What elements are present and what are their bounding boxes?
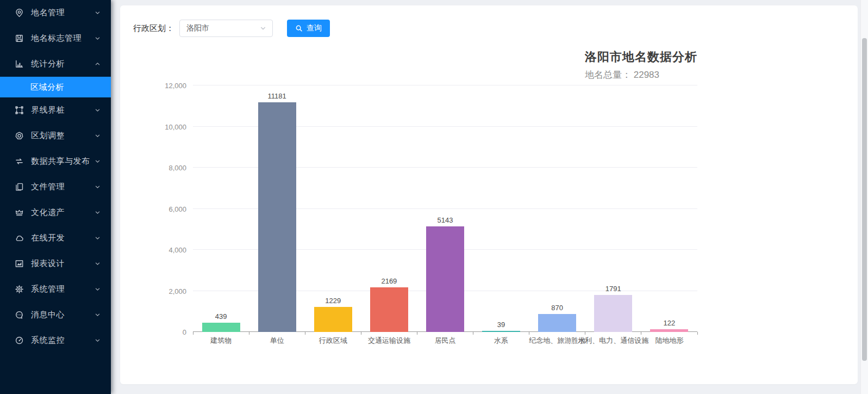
bar-value-label: 2169	[381, 277, 397, 285]
bar-group: 11181	[249, 92, 305, 332]
x-axis-label: 陆地地形	[641, 336, 697, 346]
bar[interactable]	[594, 295, 632, 332]
search-button[interactable]: 查询	[287, 20, 330, 37]
sidebar-item-system-monitoring[interactable]: 系统监控	[0, 328, 111, 353]
chevron-up-icon	[94, 60, 101, 67]
y-tick-label: 8,000	[168, 164, 186, 172]
bar-value-label: 439	[215, 312, 227, 321]
sidebar-item-label: 文化遗产	[31, 207, 94, 218]
bar[interactable]	[650, 329, 688, 332]
bar[interactable]	[202, 323, 240, 332]
sidebar-subitem-region-analysis[interactable]: 区域分析	[0, 77, 111, 97]
y-tick-label: 6,000	[168, 205, 186, 213]
sidebar-item-statistical-analysis[interactable]: 统计分析	[0, 51, 111, 77]
x-tick-mark	[305, 332, 305, 335]
sidebar-item-file-management[interactable]: 文件管理	[0, 174, 111, 200]
region-select[interactable]: 洛阳市	[179, 20, 273, 37]
bar-group: 1791	[585, 285, 641, 332]
x-axis-label: 交通运输设施	[361, 336, 417, 346]
content-card: 行政区划： 洛阳市 查询 洛阳市地名数据分析 地名总量： 22983	[120, 5, 858, 384]
chevron-down-icon	[94, 132, 101, 139]
y-tick-label: 2,000	[168, 287, 186, 295]
bar-group: 2169	[361, 277, 417, 332]
chevron-down-icon	[94, 286, 101, 293]
bar-group: 870	[529, 304, 585, 332]
sidebar-item-message-center[interactable]: 消息中心	[0, 302, 111, 328]
sidebar-item-system-management[interactable]: 系统管理	[0, 276, 111, 302]
bar-group: 1229	[305, 297, 361, 332]
crown-icon	[15, 208, 24, 217]
sidebar-item-label: 区划调整	[31, 131, 94, 141]
chevron-down-icon	[94, 235, 101, 242]
main-area: 行政区划： 洛阳市 查询 洛阳市地名数据分析 地名总量： 22983	[111, 0, 868, 394]
sidebar-item-place-name-sign-management[interactable]: 地名标志管理	[0, 26, 111, 51]
chevron-down-icon	[94, 35, 101, 42]
x-tick-mark	[361, 332, 361, 335]
boundary-frame-icon	[15, 106, 24, 115]
sidebar-item-label: 系统监控	[31, 335, 94, 346]
sidebar-item-zoning-adjustment[interactable]: 区划调整	[0, 123, 111, 149]
sync-arrows-icon	[15, 157, 24, 166]
x-tick-mark	[249, 332, 249, 335]
chart-subtitle: 地名总量： 22983	[585, 69, 697, 81]
file-copy-icon	[15, 182, 24, 192]
scrollbar-thumb[interactable]	[862, 38, 867, 361]
location-pin-icon	[15, 8, 24, 17]
sidebar-item-label: 系统管理	[31, 284, 94, 294]
sidebar-item-place-name-management[interactable]: 地名管理	[0, 0, 111, 26]
bar[interactable]	[314, 307, 352, 332]
chevron-down-icon	[94, 183, 101, 190]
sidebar-item-label: 在线开发	[31, 233, 94, 243]
x-tick-mark	[585, 332, 585, 335]
x-tick-mark	[193, 332, 193, 335]
bar-value-label: 11181	[268, 92, 286, 100]
app-root: 地名管理地名标志管理统计分析区域分析界线界桩区划调整数据共享与发布文件管理文化遗…	[0, 0, 868, 394]
bar[interactable]	[370, 287, 408, 332]
bar-chart-icon	[15, 59, 24, 69]
sidebar-item-label: 地名管理	[31, 8, 94, 18]
x-tick-mark	[417, 332, 417, 335]
search-icon	[295, 24, 303, 32]
search-button-label: 查询	[307, 23, 322, 33]
chevron-down-icon	[94, 209, 101, 216]
sidebar-item-online-development[interactable]: 在线开发	[0, 225, 111, 251]
sidebar-item-label: 地名标志管理	[31, 33, 94, 44]
chevron-down-icon	[259, 24, 267, 32]
seal-badge-icon	[15, 131, 24, 140]
bar-value-label: 39	[497, 321, 505, 329]
bar[interactable]	[538, 314, 576, 332]
chevron-down-icon	[94, 260, 101, 267]
chart-header: 洛阳市地名数据分析 地名总量： 22983	[158, 49, 697, 81]
bar-value-label: 1229	[325, 297, 341, 305]
sidebar: 地名管理地名标志管理统计分析区域分析界线界桩区划调整数据共享与发布文件管理文化遗…	[0, 0, 111, 394]
x-axis-label: 单位	[249, 336, 305, 346]
chevron-down-icon	[94, 311, 101, 318]
bar[interactable]	[258, 102, 296, 332]
area-chart-icon	[15, 259, 24, 268]
bar-value-label: 5143	[438, 216, 453, 224]
sidebar-item-label: 区域分析	[30, 82, 64, 93]
bar[interactable]	[426, 226, 464, 332]
bar-value-label: 122	[664, 319, 676, 327]
gauge-icon	[15, 336, 24, 345]
sidebar-item-cultural-heritage[interactable]: 文化遗产	[0, 200, 111, 225]
sidebar-item-boundary-markers[interactable]: 界线界桩	[0, 97, 111, 123]
x-axis-label: 居民点	[417, 336, 473, 346]
y-tick-label: 12,000	[165, 82, 186, 90]
sidebar-item-label: 统计分析	[31, 59, 94, 69]
x-axis-label: 水系	[473, 336, 529, 346]
bar-group: 39	[473, 321, 529, 332]
page-scrollbar[interactable]	[860, 0, 868, 394]
filter-row: 行政区划： 洛阳市 查询	[120, 5, 858, 37]
cloud-icon	[15, 233, 24, 243]
sidebar-item-label: 报表设计	[31, 258, 94, 269]
sidebar-item-report-design[interactable]: 报表设计	[0, 251, 111, 276]
bar[interactable]	[482, 331, 520, 332]
total-label: 地名总量：	[585, 70, 631, 80]
bar-value-label: 870	[551, 304, 563, 312]
sidebar-item-data-sharing-publishing[interactable]: 数据共享与发布	[0, 149, 111, 174]
bar-chart: 02,0004,0006,0008,00010,00012,0004391118…	[158, 85, 697, 346]
bar-value-label: 1791	[605, 285, 621, 293]
bar-group: 122	[641, 319, 697, 332]
sidebar-item-label: 文件管理	[31, 182, 94, 192]
